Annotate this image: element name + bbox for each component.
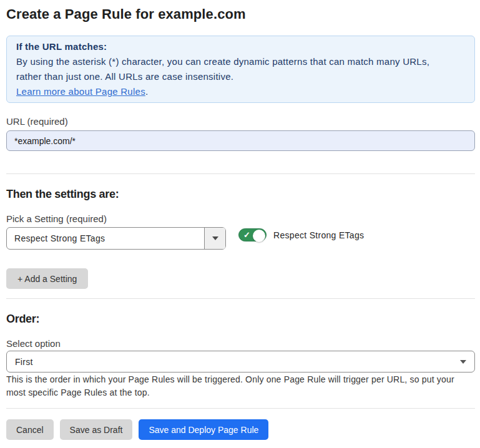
order-select[interactable]: First	[6, 351, 475, 373]
setting-select-value: Respect Strong ETags	[7, 228, 204, 249]
url-match-info-box: If the URL matches: By using the asteris…	[6, 36, 475, 103]
order-section-heading: Order:	[6, 313, 475, 325]
order-help-text: This is the order in which your Page Rul…	[6, 373, 475, 399]
section-divider	[6, 298, 475, 299]
setting-toggle[interactable]: ✓	[238, 228, 267, 241]
save-draft-button[interactable]: Save as Draft	[60, 419, 133, 440]
chevron-down-icon	[460, 360, 466, 364]
url-input[interactable]	[6, 130, 475, 151]
add-setting-button[interactable]: + Add a Setting	[6, 268, 88, 289]
save-deploy-button[interactable]: Save and Deploy Page Rule	[139, 419, 268, 440]
setting-select-arrow-button[interactable]	[204, 228, 225, 249]
order-select-value: First	[15, 357, 460, 367]
cancel-button[interactable]: Cancel	[6, 419, 54, 440]
check-icon: ✓	[243, 231, 250, 239]
footer-divider	[6, 408, 475, 409]
setting-select[interactable]: Respect Strong ETags	[6, 227, 226, 250]
learn-more-link[interactable]: Learn more about Page Rules	[16, 86, 145, 97]
pick-setting-label: Pick a Setting (required)	[6, 213, 475, 225]
settings-section-heading: Then the settings are:	[6, 188, 475, 200]
caret-down-icon	[212, 236, 218, 240]
setting-row: Respect Strong ETags ✓ Respect Strong ET…	[6, 227, 475, 250]
order-select-label: Select option	[6, 338, 475, 349]
toggle-knob	[253, 230, 265, 242]
url-field-label: URL (required)	[6, 116, 475, 127]
info-box-body: By using the asterisk (*) character, you…	[16, 54, 465, 84]
setting-toggle-label: Respect Strong ETags	[273, 228, 364, 243]
page-title: Create a Page Rule for example.com	[6, 6, 475, 22]
info-box-heading: If the URL matches:	[16, 39, 465, 54]
link-suffix: .	[145, 86, 148, 97]
section-divider	[6, 173, 475, 174]
footer-actions: Cancel Save as Draft Save and Deploy Pag…	[6, 419, 475, 440]
info-box-link-line: Learn more about Page Rules.	[16, 84, 465, 99]
page-rule-form: Create a Page Rule for example.com If th…	[0, 0, 480, 440]
